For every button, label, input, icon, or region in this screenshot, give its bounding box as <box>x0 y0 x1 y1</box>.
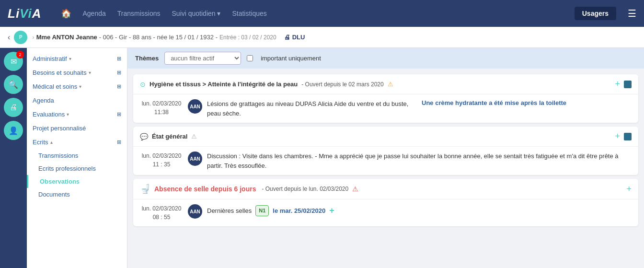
add-button[interactable]: + <box>615 79 620 89</box>
filter-themes-select[interactable]: aucun filtre actif <box>164 52 241 65</box>
sidebar-sub-transmissions[interactable]: Transmissions <box>27 149 127 162</box>
card-date: lun. 02/03/2020 11:38 <box>140 99 183 117</box>
sidebar-sub-observations[interactable]: Observations <box>27 175 127 188</box>
sidebar-item-label: Evaluations <box>33 111 65 118</box>
grid-icon: ⊞ <box>117 70 121 76</box>
content-area: Thèmes aucun filtre actif important uniq… <box>127 48 644 268</box>
sidebar-item-label: Agenda <box>33 97 54 104</box>
card-theme-subtitle: - Ouvert depuis le lun. 02/03/2020 <box>262 186 348 192</box>
alert-icon: 🚽 <box>140 184 150 194</box>
dlu-label: DLU <box>292 34 305 41</box>
mail-button[interactable]: ✉ 2 <box>4 52 23 71</box>
sidebar-item-label: Projet personnalisé <box>33 125 86 132</box>
sidebar-item-label: Médical et soins <box>33 83 77 90</box>
alert-icon: ⚠ <box>388 81 393 88</box>
card-observation-text: Lésions de grattages au niveau DUPAS Ali… <box>207 99 417 118</box>
grid-icon: ⊞ <box>117 111 121 117</box>
card-body: lun. 02/03/2020 11:38 AAN Lésions de gra… <box>133 94 638 123</box>
card-date: lun. 02/03/2020 08 : 55 <box>140 204 183 221</box>
card-body: lun. 02/03/2020 11 : 35 AAN Discussion :… <box>133 147 638 175</box>
sidebar-item-medical[interactable]: Médical et soins ▾ ⊞ <box>27 80 127 93</box>
nav-agenda[interactable]: Agenda <box>83 10 106 17</box>
sidebar-item-evaluations[interactable]: Evaluations ▾ ⊞ <box>27 107 127 121</box>
grid-icon: ⊞ <box>117 83 121 90</box>
sidebar-item-label: Besoins et souhaits <box>33 69 87 76</box>
filter-bar: Thèmes aucun filtre actif important uniq… <box>127 48 644 69</box>
avatar: AAN <box>188 151 202 166</box>
chevron-down-icon: ▾ <box>67 112 69 117</box>
avatar: AAN <box>188 204 202 219</box>
card-theme-subtitle: - Ouvert depuis le 02 mars 2020 <box>301 81 383 88</box>
top-navigation: LiViA 🏠 Agenda Transmissions Suivi quoti… <box>0 0 644 27</box>
card-theme-title: Absence de selle depuis 6 jours <box>154 185 256 193</box>
card-theme-title: Hygiène et tissus > Atteinte à l'intégri… <box>150 81 298 88</box>
patient-entry: Entrée : 03 / 02 / 2020 <box>219 34 276 41</box>
breadcrumb-back-button[interactable]: ‹ <box>8 33 10 42</box>
square-button[interactable] <box>624 81 632 88</box>
alert-icon: ⚠ <box>352 185 358 193</box>
sidebar-item-label: Ecrits <box>33 139 48 146</box>
card-header: ⊙ Hygiène et tissus > Atteinte à l'intég… <box>133 74 638 94</box>
breadcrumb-separator: › <box>32 34 34 41</box>
sidebar-item-ecrits[interactable]: Ecrits ▴ ⊞ <box>27 135 127 149</box>
printer-icon: 🖨 <box>284 34 290 41</box>
chat-icon: 💬 <box>140 133 148 140</box>
search-button[interactable]: 🔍 <box>4 75 23 94</box>
theme-icon: ⊙ <box>140 81 146 88</box>
nav-menu-icon[interactable]: ☰ <box>628 8 636 19</box>
card-header: 💬 État général ⚠ + <box>133 127 638 147</box>
nav-transmissions[interactable]: Transmissions <box>117 10 161 17</box>
nav-sidebar: Administratif ▾ ⊞ Besoins et souhaits ▾ … <box>27 48 127 268</box>
important-filter-checkbox[interactable] <box>247 55 253 61</box>
card-header: 🚽 Absence de selle depuis 6 jours - Ouve… <box>133 179 638 199</box>
selle-label: Dernières selles <box>207 206 252 216</box>
cards-container: ⊙ Hygiène et tissus > Atteinte à l'intég… <box>127 70 644 230</box>
sidebar-item-projet[interactable]: Projet personnalisé <box>27 121 127 135</box>
alert-icon: ⚠ <box>191 133 197 140</box>
card-observation-text: Discussion : Visite dans les chambres. -… <box>207 151 632 170</box>
breadcrumb-bar: ‹ P › Mme ANTON Jeanne - 006 - Gir - 88 … <box>0 27 644 48</box>
add-selle-button[interactable]: + <box>329 204 334 217</box>
dlu-button[interactable]: 🖨 DLU <box>284 34 305 41</box>
sidebar-item-agenda[interactable]: Agenda <box>27 93 127 107</box>
user-button[interactable]: 👤 <box>4 121 23 140</box>
add-button[interactable]: + <box>626 184 632 194</box>
card-body: lun. 02/03/2020 08 : 55 AAN Dernières se… <box>133 199 638 226</box>
nav-usagers-button[interactable]: Usagers <box>575 7 616 20</box>
sidebar-item-label: Administratif <box>33 55 67 62</box>
main-layout: ✉ 2 🔍 🖨 👤 Administratif ▾ ⊞ Besoins et s… <box>0 48 644 268</box>
mail-badge: 2 <box>16 51 24 58</box>
observation-card-3: 🚽 Absence de selle depuis 6 jours - Ouve… <box>133 179 638 226</box>
selle-date: le mar. 25/02/2020 <box>273 206 325 216</box>
avatar: P <box>14 31 27 44</box>
observation-card-1: ⊙ Hygiène et tissus > Atteinte à l'intég… <box>133 74 638 123</box>
important-filter-label: important uniquement <box>261 55 321 62</box>
grid-icon: ⊞ <box>117 139 121 145</box>
nav-suivi[interactable]: Suivi quotidien ▾ <box>172 10 221 17</box>
card-theme-title: État général <box>152 133 187 140</box>
avatar: AAN <box>188 99 202 114</box>
patient-info: - 006 - Gir - 88 ans - née le 15 / 01 / … <box>99 34 218 41</box>
card-action-text: Une crème hydratante a été mise après la… <box>422 99 632 106</box>
square-button[interactable] <box>624 133 632 140</box>
print-button[interactable]: 🖨 <box>4 98 23 117</box>
chevron-up-icon: ▴ <box>50 140 53 145</box>
nav-home-icon[interactable]: 🏠 <box>61 8 71 19</box>
card-selle-row: Dernières selles N1 le mar. 25/02/2020 + <box>207 204 632 217</box>
chevron-down-icon: ▾ <box>69 56 71 61</box>
sidebar-item-besoins[interactable]: Besoins et souhaits ▾ ⊞ <box>27 66 127 80</box>
filter-themes-label: Thèmes <box>135 55 159 62</box>
selle-tag: N1 <box>255 205 269 216</box>
grid-icon: ⊞ <box>117 56 121 62</box>
chevron-down-icon: ▾ <box>89 70 91 75</box>
nav-statistiques[interactable]: Statistiques <box>232 10 266 17</box>
add-button[interactable]: + <box>615 131 620 141</box>
app-logo: LiViA <box>8 6 42 21</box>
patient-name: Mme ANTON Jeanne <box>36 34 97 41</box>
sidebar-sub-ecrits-pro[interactable]: Ecrits professionnels <box>27 162 127 175</box>
observation-card-2: 💬 État général ⚠ + lun. 02/03/2020 11 : … <box>133 127 638 175</box>
card-date: lun. 02/03/2020 11 : 35 <box>140 151 183 169</box>
sidebar-sub-documents[interactable]: Documents <box>27 188 127 201</box>
chevron-down-icon: ▾ <box>79 84 81 89</box>
sidebar-item-administratif[interactable]: Administratif ▾ ⊞ <box>27 52 127 66</box>
